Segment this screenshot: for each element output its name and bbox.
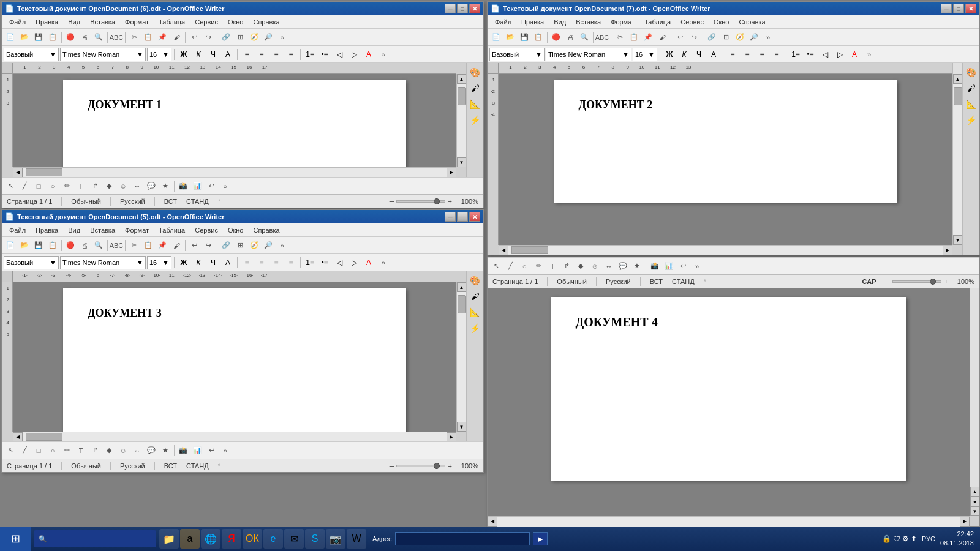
draw-star-btn-doc3[interactable]: ★ xyxy=(159,444,172,457)
preview-btn-doc3[interactable]: 🔍 xyxy=(92,239,105,252)
scroll-circle-btn-doc4[interactable]: ● xyxy=(970,497,980,506)
draw-line-btn-doc4[interactable]: ╱ xyxy=(503,260,517,273)
copy-btn-doc2[interactable]: 📋 xyxy=(627,31,641,44)
scrollbar-h-doc2[interactable]: ◀ ▶ xyxy=(499,245,952,255)
redo-btn-doc2[interactable]: ↪ xyxy=(687,31,701,44)
sidebar-3d-btn-doc1[interactable]: 🎨 xyxy=(468,65,483,80)
menu-window-doc2[interactable]: Окно xyxy=(709,17,734,27)
draw-callout-btn-doc4[interactable]: 💬 xyxy=(616,260,630,273)
draw-text-btn-doc1[interactable]: T xyxy=(74,179,88,193)
taskbar-app-amazon[interactable]: a xyxy=(180,529,200,549)
open-btn-doc1[interactable]: 📂 xyxy=(18,31,31,44)
hyperlink-btn-doc2[interactable]: 🔗 xyxy=(705,31,718,44)
print-btn-doc1[interactable]: 🖨 xyxy=(78,31,91,44)
doc2-maximize-btn[interactable]: □ xyxy=(953,4,964,13)
menu-format-doc1[interactable]: Формат xyxy=(121,17,153,27)
scroll-up-btn-doc1[interactable]: ▲ xyxy=(457,74,467,84)
size-dropdown-doc1[interactable]: 16 ▼ xyxy=(147,48,172,61)
menu-help-doc2[interactable]: Справка xyxy=(734,17,769,27)
draw-ellipse-btn-doc4[interactable]: ○ xyxy=(518,260,531,273)
shadow-btn-doc1[interactable]: А xyxy=(221,48,235,61)
cut-btn-doc2[interactable]: ✂ xyxy=(613,31,627,44)
paste-btn-doc1[interactable]: 📌 xyxy=(156,31,169,44)
font-color-btn-doc2[interactable]: A xyxy=(848,48,861,61)
taskbar-app-camera[interactable]: 📷 xyxy=(326,529,345,549)
scroll-right-btn-doc1[interactable]: ▶ xyxy=(447,168,456,178)
align-right-btn-doc1[interactable]: ≡ xyxy=(270,48,283,61)
draw-connector-btn-doc4[interactable]: ↔ xyxy=(602,260,616,273)
scrollbar-v-doc4[interactable]: ▲ ● ▼ xyxy=(970,288,979,516)
clone-btn-doc3[interactable]: 🖌 xyxy=(170,239,183,252)
draw-emoji-btn-doc4[interactable]: ☺ xyxy=(588,260,601,273)
draw-erase-btn-doc3[interactable]: ✏ xyxy=(60,444,74,457)
menu-view-doc3[interactable]: Вид xyxy=(64,225,85,235)
navigator-btn-doc3[interactable]: 🧭 xyxy=(247,239,261,252)
draw-chart-btn-doc4[interactable]: 📊 xyxy=(662,260,676,273)
saveas-btn-doc1[interactable]: 📋 xyxy=(46,31,59,44)
menu-insert-doc1[interactable]: Вставка xyxy=(86,17,119,27)
align-justify-btn-doc1[interactable]: ≡ xyxy=(284,48,298,61)
zoom-btn-doc2[interactable]: 🔎 xyxy=(747,31,761,44)
size-dropdown-doc2[interactable]: 16 ▼ xyxy=(633,48,657,61)
start-button[interactable]: ⊞ xyxy=(0,527,31,551)
menu-insert-doc2[interactable]: Вставка xyxy=(571,17,605,27)
bold-btn-doc1[interactable]: Ж xyxy=(177,48,190,61)
saveas-btn-doc3[interactable]: 📋 xyxy=(46,239,59,252)
scroll-left-btn-doc3[interactable]: ◀ xyxy=(13,432,23,442)
clone-btn-doc1[interactable]: 🖌 xyxy=(170,31,183,44)
sidebar-style-btn-doc2[interactable]: 📐 xyxy=(964,97,979,111)
copy-btn-doc1[interactable]: 📋 xyxy=(141,31,155,44)
zoom-slider-doc1[interactable]: ─ + xyxy=(390,198,452,205)
draw-chart-btn-doc1[interactable]: 📊 xyxy=(190,179,204,193)
zoom-thumb-doc3[interactable] xyxy=(434,463,440,469)
menu-tools-doc2[interactable]: Сервис xyxy=(676,17,708,27)
doc1-minimize-btn[interactable]: ─ xyxy=(445,4,456,13)
menu-tools-doc3[interactable]: Сервис xyxy=(190,225,222,235)
zoom-track-doc4[interactable] xyxy=(892,280,941,283)
table-btn-doc2[interactable]: ⊞ xyxy=(719,31,733,44)
menu-format-doc2[interactable]: Формат xyxy=(606,17,639,27)
draw-callout-btn-doc1[interactable]: 💬 xyxy=(145,179,158,193)
draw-undo-btn-doc4[interactable]: ↩ xyxy=(676,260,690,273)
paste-btn-doc2[interactable]: 📌 xyxy=(641,31,655,44)
indent-in-btn-doc1[interactable]: ▷ xyxy=(347,48,361,61)
print-btn-doc2[interactable]: 🖨 xyxy=(564,31,577,44)
menu-file-doc3[interactable]: Файл xyxy=(5,225,30,235)
more-btn-doc1[interactable]: » xyxy=(276,31,289,44)
shadow-btn-doc3[interactable]: А xyxy=(221,256,235,269)
menu-tools-doc1[interactable]: Сервис xyxy=(190,17,222,27)
underline-btn-doc2[interactable]: Ч xyxy=(692,48,706,61)
menu-file-doc2[interactable]: Файл xyxy=(491,17,516,27)
font-dropdown-doc2[interactable]: Times New Roman ▼ xyxy=(546,48,631,61)
copy-btn-doc3[interactable]: 📋 xyxy=(141,239,155,252)
zoom-track-doc3[interactable] xyxy=(396,465,445,467)
navigator-btn-doc1[interactable]: 🧭 xyxy=(247,31,261,44)
align-left-btn-doc3[interactable]: ≡ xyxy=(240,256,254,269)
doc3-maximize-btn[interactable]: □ xyxy=(457,212,468,222)
zoom-slider-doc4[interactable]: ─ + xyxy=(886,278,948,285)
scroll-right-btn-doc3[interactable]: ▶ xyxy=(447,432,456,442)
sidebar-3d-btn-doc2[interactable]: 🎨 xyxy=(964,65,979,80)
doc2-page-area[interactable]: ДОКУМЕНТ 2 xyxy=(499,74,952,245)
draw-emoji-btn-doc3[interactable]: ☺ xyxy=(116,444,130,457)
save-btn-doc1[interactable]: 💾 xyxy=(32,31,45,44)
draw-undo-btn-doc3[interactable]: ↩ xyxy=(205,444,218,457)
draw-text-btn-doc4[interactable]: T xyxy=(546,260,559,273)
font-dropdown-doc3[interactable]: Times New Roman ▼ xyxy=(60,256,146,269)
doc3-minimize-btn[interactable]: ─ xyxy=(445,212,456,222)
menu-table-doc1[interactable]: Таблица xyxy=(154,17,189,27)
new-btn-doc3[interactable]: 📄 xyxy=(4,239,17,252)
align-center-btn-doc1[interactable]: ≡ xyxy=(255,48,268,61)
align-right-btn-doc2[interactable]: ≡ xyxy=(755,48,769,61)
doc1-page-area[interactable]: ДОКУМЕНТ 1 xyxy=(13,74,456,167)
font-color-btn-doc1[interactable]: A xyxy=(362,48,375,61)
zoom-btn-doc1[interactable]: 🔎 xyxy=(262,31,275,44)
italic-btn-doc2[interactable]: К xyxy=(677,48,691,61)
zoom-thumb-doc4[interactable] xyxy=(930,279,936,285)
menu-file-doc1[interactable]: Файл xyxy=(5,17,30,27)
undo-btn-doc2[interactable]: ↩ xyxy=(673,31,687,44)
sidebar-gallery-btn-doc1[interactable]: ⚡ xyxy=(468,113,483,127)
draw-insert-btn-doc4[interactable]: 📸 xyxy=(648,260,662,273)
draw-rect-btn-doc1[interactable]: □ xyxy=(32,179,45,193)
list-bull-btn-doc3[interactable]: •≡ xyxy=(318,256,331,269)
